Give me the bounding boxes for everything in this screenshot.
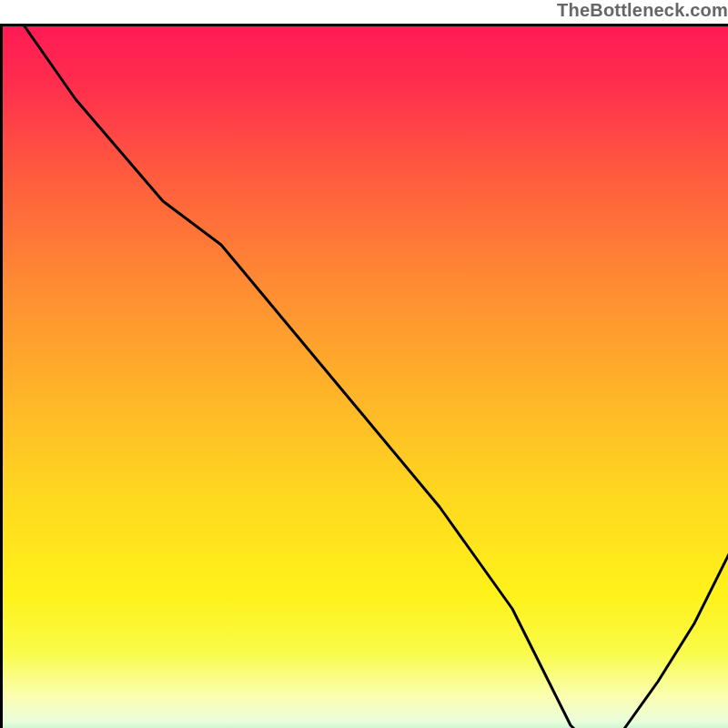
chart-container: TheBottleneck.com: [0, 24, 728, 728]
chart-plot-area: [0, 24, 728, 728]
watermark-text: TheBottleneck.com: [557, 0, 728, 21]
bottleneck-chart-svg: [3, 26, 728, 728]
gradient-background: [3, 26, 728, 728]
